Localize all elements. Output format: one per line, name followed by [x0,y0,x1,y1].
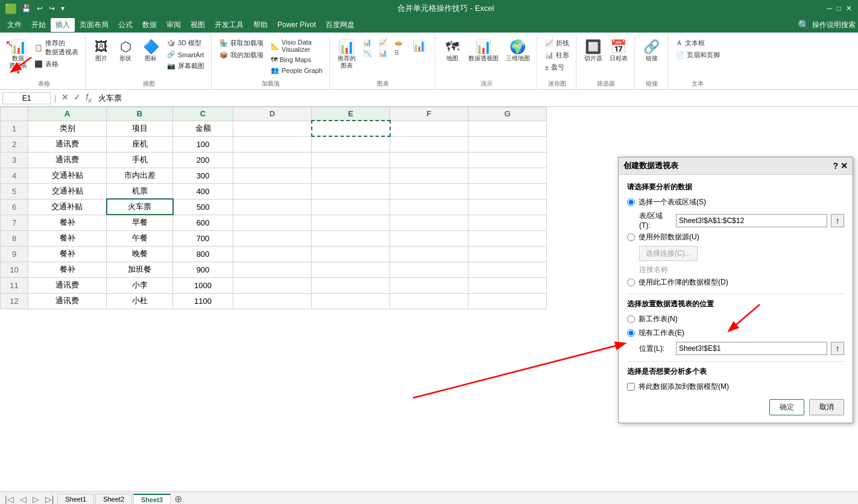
cell-C6[interactable]: 500 [173,199,233,215]
cell-E8[interactable] [312,230,390,246]
cell-G11[interactable] [468,277,547,293]
col-header-d[interactable]: D [233,107,312,121]
cell-F7[interactable] [390,215,468,230]
cell-C3[interactable]: 200 [173,152,233,168]
table-range-picker-button[interactable]: ↑ [831,214,844,227]
cancel-button[interactable]: 取消 [809,399,844,415]
menu-layout[interactable]: 页面布局 [75,18,113,32]
cell-C2[interactable]: 100 [173,136,233,152]
cell-E3[interactable] [312,152,390,168]
cell-G6[interactable] [468,199,547,215]
cell-F1[interactable] [390,121,468,136]
my-addins-button[interactable]: 📦 我的加载项 [216,49,267,61]
other-chart-button[interactable]: 📊 [407,37,431,54]
cell-D4[interactable] [233,168,312,183]
name-box[interactable] [2,92,51,104]
map-button[interactable]: 🗺 地图 [440,37,464,64]
menu-file[interactable]: 文件 [2,18,27,32]
menu-view[interactable]: 视图 [186,18,210,32]
cell-C12[interactable]: 1100 [173,293,233,309]
pivot-chart-button[interactable]: 📊 数据透视图 [465,37,502,64]
cell-D2[interactable] [233,136,312,152]
cell-F9[interactable] [390,246,468,262]
radio-new-sheet-label[interactable]: 新工作表(N) [639,314,678,324]
cell-E11[interactable] [312,277,390,293]
undo-icon[interactable]: ↩ [36,3,44,14]
cell-D1[interactable] [233,121,312,136]
cell-E4[interactable] [312,168,390,183]
cell-B9[interactable]: 晚餐 [107,246,173,262]
screenshot-button[interactable]: 📷 屏幕截图 [164,60,207,72]
rec-chart-button[interactable]: 📊 推荐的图表 [335,37,359,71]
add-sheet-button[interactable]: ⊕ [172,493,185,504]
insert-function-icon[interactable]: fx [84,92,93,104]
header-footer-button[interactable]: 📄页眉和页脚 [673,49,723,61]
sheet-nav-first[interactable]: |◁ [2,494,16,504]
col-header-c[interactable]: C [173,107,233,121]
cell-E12[interactable] [312,293,390,309]
col-header-b[interactable]: B [107,107,173,121]
menu-insert[interactable]: 插入 [51,18,75,32]
position-input[interactable] [676,342,827,355]
cell-B7[interactable]: 早餐 [107,215,173,230]
redo-icon[interactable]: ↪ [48,3,56,14]
radio-data-model-input[interactable] [627,279,635,286]
menu-help[interactable]: 帮助 [248,18,273,32]
cell-E2[interactable] [312,136,390,152]
cell-F12[interactable] [390,293,468,309]
cell-E1[interactable] [312,121,390,136]
cell-E10[interactable] [312,262,390,277]
cell-D12[interactable] [233,293,312,309]
cell-D7[interactable] [233,215,312,230]
cell-D6[interactable] [233,199,312,215]
sheet-tab-2[interactable]: Sheet2 [95,494,132,504]
col-header-a[interactable]: A [28,107,107,121]
visio-button[interactable]: 📐 Visio DataVisualizer [268,37,326,54]
cell-C4[interactable]: 300 [173,168,233,183]
menu-powerpivot[interactable]: Power Pivot [273,19,321,31]
cell-D11[interactable] [233,277,312,293]
cell-G8[interactable] [468,230,547,246]
cell-G2[interactable] [468,136,547,152]
cell-G3[interactable] [468,152,547,168]
cell-B5[interactable]: 机票 [107,183,173,199]
maximize-icon[interactable]: □ [836,3,842,14]
col-header-e[interactable]: E [312,107,390,121]
radio-external-input[interactable] [627,233,635,241]
cell-C1[interactable]: 金额 [173,121,233,136]
textbox-button[interactable]: Ａ文本框 [673,37,723,49]
cell-E6[interactable] [312,199,390,215]
cell-A3[interactable]: 通讯费 [28,152,107,168]
picture-button[interactable]: 🖼 图片 [90,37,112,64]
table-button[interactable]: ⬛ 表格 [31,58,81,70]
cell-A11[interactable]: 通讯费 [28,277,107,293]
cell-A5[interactable]: 交通补贴 [28,183,107,199]
timeline-button[interactable]: 📅 日程表 [607,37,631,64]
smartart-button[interactable]: 🔗 SmartArt [164,49,207,60]
cell-F6[interactable] [390,199,468,215]
cell-C5[interactable]: 400 [173,183,233,199]
cell-E5[interactable] [312,183,390,199]
confirm-formula-icon[interactable]: ✓ [72,92,83,104]
radio-table-range-label[interactable]: 选择一个表或区域(S) [639,197,706,207]
close-icon[interactable]: ✕ [845,3,853,14]
cell-C7[interactable]: 600 [173,215,233,230]
cell-B2[interactable]: 座机 [107,136,173,152]
3d-model-button[interactable]: 🎲 3D 模型 [164,37,207,49]
cell-B1[interactable]: 项目 [107,121,173,136]
menu-home[interactable]: 开始 [27,18,51,32]
cell-E9[interactable] [312,246,390,262]
cancel-formula-icon[interactable]: ✕ [60,92,71,104]
col-chart-button[interactable]: 📊 [360,37,374,48]
cell-F8[interactable] [390,230,468,246]
cell-B11[interactable]: 小李 [107,277,173,293]
cell-C8[interactable]: 700 [173,230,233,246]
cell-A2[interactable]: 通讯费 [28,136,107,152]
icon-button[interactable]: 🔷 图标 [139,37,163,64]
cell-G10[interactable] [468,262,547,277]
sheet-tab-1[interactable]: Sheet1 [57,494,94,504]
col-sparkline-button[interactable]: 📊柱形 [542,49,572,61]
pivot-table-button[interactable]: 📊 ↖ 数据透视表 ▾ [6,37,30,77]
cell-A1[interactable]: 类别 [28,121,107,136]
link-button[interactable]: 🔗 链接 [640,37,664,64]
